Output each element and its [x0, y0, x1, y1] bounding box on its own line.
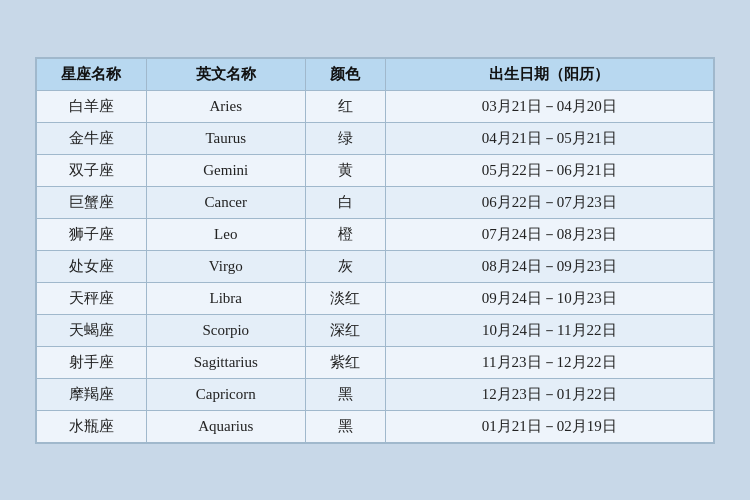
cell-chinese: 双子座 [37, 154, 147, 186]
table-row: 白羊座Aries红03月21日－04月20日 [37, 90, 714, 122]
table-row: 水瓶座Aquarius黑01月21日－02月19日 [37, 410, 714, 442]
table-row: 天蝎座Scorpio深红10月24日－11月22日 [37, 314, 714, 346]
cell-english: Virgo [146, 250, 305, 282]
table-row: 双子座Gemini黄05月22日－06月21日 [37, 154, 714, 186]
zodiac-table-container: 星座名称 英文名称 颜色 出生日期（阳历） 白羊座Aries红03月21日－04… [35, 57, 715, 444]
cell-color: 深红 [305, 314, 385, 346]
cell-chinese: 天秤座 [37, 282, 147, 314]
cell-english: Leo [146, 218, 305, 250]
table-row: 巨蟹座Cancer白06月22日－07月23日 [37, 186, 714, 218]
table-row: 摩羯座Capricorn黑12月23日－01月22日 [37, 378, 714, 410]
cell-english: Sagittarius [146, 346, 305, 378]
table-row: 处女座Virgo灰08月24日－09月23日 [37, 250, 714, 282]
cell-date: 12月23日－01月22日 [385, 378, 713, 410]
cell-english: Aquarius [146, 410, 305, 442]
cell-color: 黑 [305, 378, 385, 410]
cell-english: Gemini [146, 154, 305, 186]
cell-chinese: 摩羯座 [37, 378, 147, 410]
cell-color: 红 [305, 90, 385, 122]
cell-color: 淡红 [305, 282, 385, 314]
cell-color: 橙 [305, 218, 385, 250]
cell-date: 08月24日－09月23日 [385, 250, 713, 282]
cell-color: 黄 [305, 154, 385, 186]
cell-english: Cancer [146, 186, 305, 218]
table-row: 金牛座Taurus绿04月21日－05月21日 [37, 122, 714, 154]
header-date: 出生日期（阳历） [385, 58, 713, 90]
cell-date: 01月21日－02月19日 [385, 410, 713, 442]
header-color: 颜色 [305, 58, 385, 90]
cell-english: Libra [146, 282, 305, 314]
table-row: 狮子座Leo橙07月24日－08月23日 [37, 218, 714, 250]
cell-date: 06月22日－07月23日 [385, 186, 713, 218]
cell-color: 紫红 [305, 346, 385, 378]
cell-date: 05月22日－06月21日 [385, 154, 713, 186]
cell-chinese: 狮子座 [37, 218, 147, 250]
cell-color: 绿 [305, 122, 385, 154]
cell-date: 09月24日－10月23日 [385, 282, 713, 314]
cell-date: 11月23日－12月22日 [385, 346, 713, 378]
cell-chinese: 射手座 [37, 346, 147, 378]
table-row: 射手座Sagittarius紫红11月23日－12月22日 [37, 346, 714, 378]
cell-color: 黑 [305, 410, 385, 442]
cell-english: Taurus [146, 122, 305, 154]
cell-date: 10月24日－11月22日 [385, 314, 713, 346]
header-english: 英文名称 [146, 58, 305, 90]
cell-chinese: 白羊座 [37, 90, 147, 122]
cell-date: 04月21日－05月21日 [385, 122, 713, 154]
table-body: 白羊座Aries红03月21日－04月20日金牛座Taurus绿04月21日－0… [37, 90, 714, 442]
table-header-row: 星座名称 英文名称 颜色 出生日期（阳历） [37, 58, 714, 90]
cell-chinese: 天蝎座 [37, 314, 147, 346]
cell-color: 灰 [305, 250, 385, 282]
cell-english: Capricorn [146, 378, 305, 410]
cell-date: 03月21日－04月20日 [385, 90, 713, 122]
zodiac-table: 星座名称 英文名称 颜色 出生日期（阳历） 白羊座Aries红03月21日－04… [36, 58, 714, 443]
cell-english: Scorpio [146, 314, 305, 346]
cell-english: Aries [146, 90, 305, 122]
table-row: 天秤座Libra淡红09月24日－10月23日 [37, 282, 714, 314]
cell-chinese: 水瓶座 [37, 410, 147, 442]
cell-chinese: 处女座 [37, 250, 147, 282]
cell-chinese: 金牛座 [37, 122, 147, 154]
cell-date: 07月24日－08月23日 [385, 218, 713, 250]
cell-chinese: 巨蟹座 [37, 186, 147, 218]
header-chinese: 星座名称 [37, 58, 147, 90]
cell-color: 白 [305, 186, 385, 218]
